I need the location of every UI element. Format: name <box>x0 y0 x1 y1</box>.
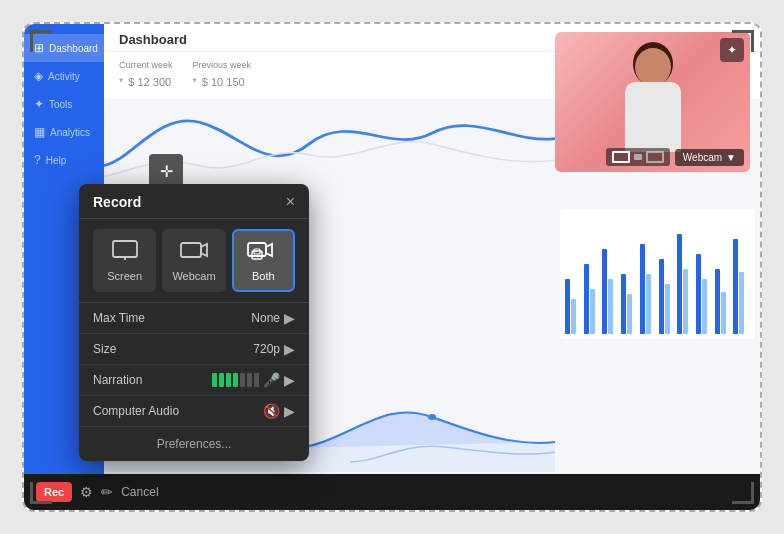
size-arrow[interactable]: ▶ <box>284 341 295 357</box>
svg-rect-4 <box>181 243 201 257</box>
bar <box>715 269 720 334</box>
mode-screen-button[interactable]: Screen <box>93 229 156 292</box>
computer-audio-arrow[interactable]: ▶ <box>284 403 295 419</box>
bar <box>683 269 688 334</box>
bar <box>565 279 570 334</box>
corner-tr <box>732 30 754 52</box>
person-avatar <box>613 42 693 162</box>
preferences-button[interactable]: Preferences... <box>79 427 309 461</box>
dot-indicator <box>634 154 642 160</box>
edit-button[interactable]: ✏ <box>101 484 113 500</box>
webcam-dropdown-arrow: ▼ <box>726 152 736 163</box>
computer-audio-row: Computer Audio 🔇 ▶ <box>79 396 309 427</box>
bar <box>659 259 664 334</box>
sidebar-item-help[interactable]: ? Help <box>24 146 104 174</box>
webcam-label: Webcam <box>683 152 722 163</box>
sidebar-item-tools-label: Tools <box>49 99 72 110</box>
bar-group-2 <box>584 264 601 334</box>
move-icon[interactable]: ✛ <box>149 154 183 188</box>
size-label: Size <box>93 342 253 356</box>
person-face <box>635 48 671 86</box>
bar <box>739 272 744 334</box>
bar <box>590 289 595 334</box>
gear-button[interactable]: ⚙ <box>80 484 93 500</box>
svg-point-0 <box>428 414 436 420</box>
screen-icon <box>111 239 139 266</box>
svg-marker-5 <box>201 244 207 256</box>
sidebar-item-analytics[interactable]: ▦ Analytics <box>24 118 104 146</box>
mute-icon[interactable]: 🔇 <box>263 403 280 419</box>
bar-group-4 <box>621 274 638 334</box>
bar-group-9 <box>715 269 732 334</box>
mode-buttons: Screen Webcam Both <box>79 219 309 303</box>
max-time-arrow[interactable]: ▶ <box>284 310 295 326</box>
size-value: 720p <box>253 342 280 356</box>
bar-group-10 <box>733 239 750 334</box>
sidebar-item-help-label: Help <box>46 155 67 166</box>
bar <box>696 254 701 334</box>
bar <box>640 244 645 334</box>
svg-rect-1 <box>113 241 137 257</box>
nar-seg-5 <box>240 373 245 387</box>
bar-group-7 <box>677 234 694 334</box>
help-icon: ? <box>34 153 41 167</box>
nar-seg-4 <box>233 373 238 387</box>
record-modal-header: Record × <box>79 184 309 219</box>
sidebar-item-analytics-label: Analytics <box>50 127 90 138</box>
microphone-icon[interactable]: 🎤 <box>263 372 280 388</box>
bar-group-3 <box>602 249 619 334</box>
bottom-toolbar: Rec ⚙ ✏ Cancel <box>24 474 760 510</box>
bar-group-6 <box>659 259 676 334</box>
mode-both-button[interactable]: Both <box>232 229 295 292</box>
size-indicator-2 <box>646 151 664 163</box>
nar-seg-2 <box>219 373 224 387</box>
modal-tail <box>109 510 125 512</box>
narration-label: Narration <box>93 373 212 387</box>
max-time-value: None <box>251 311 280 325</box>
sidebar-item-tools[interactable]: ✦ Tools <box>24 90 104 118</box>
cancel-button[interactable]: Cancel <box>121 485 158 499</box>
tools-icon: ✦ <box>34 97 44 111</box>
narration-arrow[interactable]: ▶ <box>284 372 295 388</box>
size-indicator <box>612 151 630 163</box>
webcam-toolbar: Webcam ▼ <box>561 148 744 166</box>
corner-br <box>732 482 754 504</box>
bar <box>608 279 613 334</box>
bar <box>733 239 738 334</box>
screen-mode-label: Screen <box>107 270 142 282</box>
activity-icon: ◈ <box>34 69 43 83</box>
nar-seg-7 <box>254 373 259 387</box>
corner-bl <box>30 482 52 504</box>
nar-seg-6 <box>247 373 252 387</box>
bar <box>627 294 632 334</box>
bar-chart <box>560 209 755 339</box>
narration-row: Narration 🎤 ▶ <box>79 365 309 396</box>
webcam-label-button[interactable]: Webcam ▼ <box>675 149 744 166</box>
sidebar-item-activity[interactable]: ◈ Activity <box>24 62 104 90</box>
dashboard-title: Dashboard <box>119 32 187 47</box>
current-week-label: Current week <box>119 60 173 70</box>
bar <box>602 249 607 334</box>
bar <box>571 299 576 334</box>
sidebar-item-dashboard-label: Dashboard <box>49 43 98 54</box>
previous-week-label: Previous week <box>193 60 252 70</box>
analytics-icon: ▦ <box>34 125 45 139</box>
bar <box>677 234 682 334</box>
record-modal: Record × Screen Webcam <box>79 184 309 461</box>
bar-group-1 <box>565 279 582 334</box>
webcam-mode-label: Webcam <box>172 270 215 282</box>
nar-seg-3 <box>226 373 231 387</box>
computer-audio-label: Computer Audio <box>93 404 263 418</box>
svg-marker-7 <box>266 244 272 256</box>
corner-tl <box>30 30 52 52</box>
mode-webcam-button[interactable]: Webcam <box>162 229 225 292</box>
size-row: Size 720p ▶ <box>79 334 309 365</box>
webcam-size-control <box>606 148 670 166</box>
max-time-row: Max Time None ▶ <box>79 303 309 334</box>
main-frame: ⊞ Dashboard ◈ Activity ✦ Tools ▦ Analyti… <box>22 22 762 512</box>
bar-group-5 <box>640 244 657 334</box>
narration-level-bar <box>212 373 259 387</box>
sidebar-item-activity-label: Activity <box>48 71 80 82</box>
max-time-label: Max Time <box>93 311 251 325</box>
close-button[interactable]: × <box>286 194 295 210</box>
